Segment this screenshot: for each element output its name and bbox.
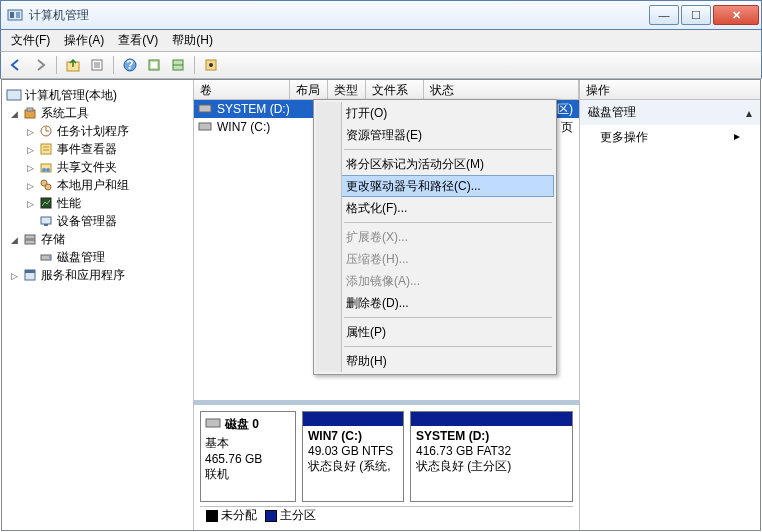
forward-button[interactable] [29, 54, 51, 76]
up-button[interactable] [62, 54, 84, 76]
title-bar: 计算机管理 — ☐ ✕ [0, 0, 762, 30]
ctx-mirror[interactable]: 添加镜像(A)... [316, 270, 554, 292]
tree-shared-folders[interactable]: ▷共享文件夹 [6, 158, 189, 176]
menu-action[interactable]: 操作(A) [58, 30, 110, 51]
menu-help[interactable]: 帮助(H) [166, 30, 219, 51]
column-headers: 卷 布局 类型 文件系统 状态 [194, 80, 579, 100]
chevron-right-icon: ▸ [734, 129, 740, 146]
expander-icon[interactable]: ▷ [25, 181, 36, 192]
svg-rect-30 [44, 224, 48, 226]
svg-text:?: ? [126, 58, 133, 72]
tree-local-users[interactable]: ▷本地用户和组 [6, 176, 189, 194]
back-button[interactable] [5, 54, 27, 76]
svg-rect-38 [199, 123, 211, 130]
svg-rect-37 [199, 105, 211, 112]
svg-rect-2 [16, 12, 20, 18]
partition-system[interactable]: SYSTEM (D:) 416.73 GB FAT32 状态良好 (主分区) [410, 411, 573, 502]
partition-win7[interactable]: WIN7 (C:) 49.03 GB NTFS 状态良好 (系统, [302, 411, 404, 502]
tree-storage[interactable]: ◢存储 [6, 230, 189, 248]
svg-point-24 [42, 168, 46, 172]
svg-rect-39 [206, 419, 220, 427]
disk-icon [205, 416, 221, 433]
col-filesystem[interactable]: 文件系统 [366, 80, 424, 99]
svg-rect-16 [7, 90, 21, 100]
col-status[interactable]: 状态 [424, 80, 579, 99]
svg-rect-32 [25, 240, 35, 244]
tree-services-apps[interactable]: ▷服务和应用程序 [6, 266, 189, 284]
col-volume[interactable]: 卷 [194, 80, 290, 99]
menu-bar: 文件(F) 操作(A) 查看(V) 帮助(H) [0, 30, 762, 51]
tree-task-scheduler[interactable]: ▷任务计划程序 [6, 122, 189, 140]
disk-info[interactable]: 磁盘 0 基本 465.76 GB 联机 [200, 411, 296, 502]
volume-icon [198, 120, 214, 134]
ctx-delete[interactable]: 删除卷(D)... [316, 292, 554, 314]
legend: 未分配 主分区 [200, 506, 573, 524]
close-button[interactable]: ✕ [713, 5, 759, 25]
svg-point-15 [209, 63, 213, 67]
collapse-icon: ▴ [746, 106, 752, 120]
tree-pane: 计算机管理(本地) ◢ 系统工具 ▷任务计划程序 ▷事件查看器 ▷共享文件夹 ▷… [2, 80, 194, 530]
ctx-mark-active[interactable]: 将分区标记为活动分区(M) [316, 153, 554, 175]
expander-icon[interactable]: ▷ [25, 163, 36, 174]
tree-device-manager[interactable]: 设备管理器 [6, 212, 189, 230]
svg-rect-1 [10, 12, 14, 18]
actions-title[interactable]: 磁盘管理 ▴ [580, 100, 760, 125]
svg-point-27 [45, 184, 51, 190]
disk-graphical: 磁盘 0 基本 465.76 GB 联机 WIN7 (C:) 49.03 GB … [194, 400, 579, 530]
settings-button[interactable] [200, 54, 222, 76]
ctx-shrink[interactable]: 压缩卷(H)... [316, 248, 554, 270]
nav-tree: 计算机管理(本地) ◢ 系统工具 ▷任务计划程序 ▷事件查看器 ▷共享文件夹 ▷… [2, 84, 193, 286]
actions-more[interactable]: 更多操作 ▸ [580, 125, 760, 150]
window-buttons: — ☐ ✕ [647, 5, 759, 25]
ctx-explorer[interactable]: 资源管理器(E) [316, 124, 554, 146]
menu-file[interactable]: 文件(F) [5, 30, 56, 51]
svg-rect-18 [27, 108, 33, 111]
col-type[interactable]: 类型 [328, 80, 366, 99]
view2-button[interactable] [167, 54, 189, 76]
expander-icon[interactable]: ▷ [25, 199, 36, 210]
ctx-help[interactable]: 帮助(H) [316, 350, 554, 372]
context-menu: 打开(O) 资源管理器(E) 将分区标记为活动分区(M) 更改驱动器号和路径(C… [313, 99, 557, 375]
minimize-button[interactable]: — [649, 5, 679, 25]
tree-systools[interactable]: ◢ 系统工具 [6, 104, 189, 122]
svg-rect-11 [151, 62, 157, 68]
view-button[interactable] [143, 54, 165, 76]
properties-button[interactable] [86, 54, 108, 76]
actions-header: 操作 [580, 80, 760, 100]
tree-disk-management[interactable]: 磁盘管理 [6, 248, 189, 266]
expander-icon[interactable]: ◢ [9, 109, 20, 120]
svg-point-34 [49, 256, 51, 258]
tree-root[interactable]: 计算机管理(本地) [6, 86, 189, 104]
menu-view[interactable]: 查看(V) [112, 30, 164, 51]
ctx-format[interactable]: 格式化(F)... [316, 197, 554, 219]
ctx-open[interactable]: 打开(O) [316, 102, 554, 124]
volume-icon [198, 102, 214, 116]
svg-rect-20 [41, 144, 51, 154]
tree-event-viewer[interactable]: ▷事件查看器 [6, 140, 189, 158]
svg-rect-29 [41, 217, 51, 224]
toolbar: ? [0, 51, 762, 79]
expander-icon[interactable]: ▷ [9, 271, 20, 282]
svg-rect-36 [25, 270, 35, 273]
svg-rect-31 [25, 235, 35, 239]
actions-pane: 操作 磁盘管理 ▴ 更多操作 ▸ [580, 80, 760, 530]
app-icon [7, 7, 23, 23]
expander-icon[interactable]: ▷ [25, 127, 36, 138]
expander-icon[interactable]: ▷ [25, 145, 36, 156]
tree-performance[interactable]: ▷性能 [6, 194, 189, 212]
ctx-change-letter[interactable]: 更改驱动器号和路径(C)... [316, 175, 554, 197]
col-layout[interactable]: 布局 [290, 80, 328, 99]
window-title: 计算机管理 [29, 7, 647, 24]
svg-point-25 [46, 168, 50, 172]
ctx-extend[interactable]: 扩展卷(X)... [316, 226, 554, 248]
expander-icon[interactable]: ◢ [9, 235, 20, 246]
maximize-button[interactable]: ☐ [681, 5, 711, 25]
help-icon[interactable]: ? [119, 54, 141, 76]
ctx-properties[interactable]: 属性(P) [316, 321, 554, 343]
